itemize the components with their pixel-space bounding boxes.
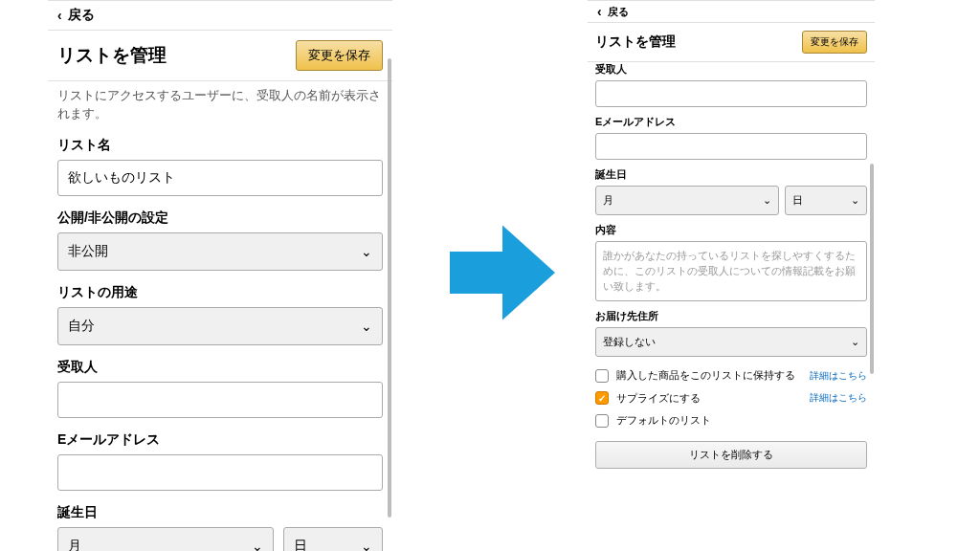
purpose-label: リストの用途 (57, 284, 383, 301)
form-body: 受取人 Eメールアドレス 誕生日 月 ⌄ 日 ⌄ 内容 誰かがあなたの持ってい (588, 62, 875, 469)
svg-marker-0 (450, 226, 555, 320)
purpose-value: 自分 (68, 318, 95, 335)
back-label: 戻る (608, 5, 629, 19)
chevron-down-icon: ⌄ (361, 539, 372, 552)
recipient-label: 受取人 (57, 359, 383, 376)
birthday-day-select[interactable]: 日 ⌄ (785, 186, 867, 215)
default-checkbox[interactable] (595, 414, 609, 428)
privacy-label: 公開/非公開の設定 (57, 209, 383, 227)
field-privacy: 公開/非公開の設定 非公開 ⌄ (57, 209, 383, 271)
address-label: お届け先住所 (595, 309, 867, 323)
birthday-month-select[interactable]: 月 ⌄ (595, 186, 779, 215)
page-title: リストを管理 (57, 43, 167, 68)
field-email: Eメールアドレス (595, 115, 867, 160)
keep-checkbox[interactable] (595, 369, 609, 383)
birthday-label: 誕生日 (595, 167, 867, 182)
field-content: 内容 誰かがあなたの持っているリストを探しやすくするために、このリストの受取人に… (595, 223, 867, 301)
divider (48, 80, 392, 81)
chevron-down-icon: ⌄ (361, 244, 372, 259)
chevron-down-icon: ⌄ (851, 194, 859, 207)
field-birthday: 誕生日 月 ⌄ 日 ⌄ (57, 504, 383, 552)
field-email: Eメールアドレス (57, 431, 383, 491)
scrollbar[interactable] (388, 58, 391, 518)
birthday-day-select[interactable]: 日 ⌄ (283, 527, 383, 552)
privacy-value: 非公開 (68, 243, 108, 260)
field-birthday: 誕生日 月 ⌄ 日 ⌄ (595, 167, 867, 215)
field-recipient: 受取人 (57, 359, 383, 418)
email-label: Eメールアドレス (595, 115, 867, 129)
delete-list-button[interactable]: リストを削除する (595, 441, 867, 469)
content-textarea[interactable]: 誰かがあなたの持っているリストを探しやすくするために、このリストの受取人について… (595, 241, 867, 301)
list-name-input[interactable] (57, 160, 383, 196)
list-name-label: リスト名 (57, 137, 383, 154)
address-select[interactable]: 登録しない ⌄ (595, 327, 867, 357)
birthday-day-value: 日 (294, 538, 307, 552)
option-default: デフォルトのリスト (595, 409, 867, 431)
recipient-label: 受取人 (595, 62, 867, 77)
page-title: リストを管理 (595, 33, 676, 51)
help-text: リストにアクセスするユーザーに、受取人の名前が表示されます。 (57, 87, 383, 123)
purpose-select[interactable]: 自分 ⌄ (57, 307, 383, 345)
address-value: 登録しない (603, 335, 656, 349)
field-address: お届け先住所 登録しない ⌄ (595, 309, 867, 357)
chevron-left-icon: ‹ (597, 4, 602, 19)
keep-detail-link[interactable]: 詳細はこちら (810, 369, 867, 383)
email-input[interactable] (57, 454, 383, 491)
title-row: リストを管理 変更を保存 (48, 31, 392, 80)
field-recipient: 受取人 (595, 62, 867, 107)
option-keep: 購入した商品をこのリストに保持する 詳細はこちら (595, 364, 867, 386)
chevron-down-icon: ⌄ (361, 319, 372, 334)
option-surprise: サプライズにする 詳細はこちら (595, 387, 867, 409)
recipient-input[interactable] (595, 80, 867, 107)
save-button[interactable]: 変更を保存 (296, 40, 383, 71)
surprise-label: サプライズにする (616, 391, 802, 406)
title-row: リストを管理 変更を保存 (588, 23, 875, 61)
back-button[interactable]: ‹ 戻る (48, 1, 392, 30)
back-label: 戻る (68, 7, 95, 24)
recipient-input[interactable] (57, 382, 383, 418)
keep-label: 購入した商品をこのリストに保持する (616, 368, 802, 383)
content-label: 内容 (595, 223, 867, 237)
email-input[interactable] (595, 133, 867, 160)
field-list-name: リスト名 (57, 137, 383, 196)
arrow-right-icon (450, 220, 555, 325)
default-label: デフォルトのリスト (616, 413, 867, 428)
birthday-label: 誕生日 (57, 504, 383, 521)
chevron-down-icon: ⌄ (252, 539, 263, 552)
panel-right: ‹ 戻る リストを管理 変更を保存 受取人 Eメールアドレス 誕生日 月 ⌄ 日 (588, 0, 875, 469)
birthday-month-value: 月 (603, 193, 613, 208)
panel-left: ‹ 戻る リストを管理 変更を保存 リストにアクセスするユーザーに、受取人の名前… (48, 0, 392, 551)
save-button[interactable]: 変更を保存 (802, 31, 867, 54)
chevron-left-icon: ‹ (57, 8, 62, 23)
form-body: リストにアクセスするユーザーに、受取人の名前が表示されます。 リスト名 公開/非… (48, 87, 392, 551)
chevron-down-icon: ⌄ (851, 336, 859, 348)
birthday-month-select[interactable]: 月 ⌄ (57, 527, 274, 552)
privacy-select[interactable]: 非公開 ⌄ (57, 232, 383, 271)
scrollbar[interactable] (870, 164, 874, 374)
surprise-detail-link[interactable]: 詳細はこちら (810, 391, 867, 405)
chevron-down-icon: ⌄ (763, 194, 771, 207)
birthday-day-value: 日 (792, 193, 803, 208)
birthday-month-value: 月 (68, 538, 81, 552)
email-label: Eメールアドレス (57, 431, 383, 449)
surprise-checkbox[interactable] (595, 391, 609, 405)
field-purpose: リストの用途 自分 ⌄ (57, 284, 383, 345)
back-button[interactable]: ‹ 戻る (588, 1, 875, 22)
